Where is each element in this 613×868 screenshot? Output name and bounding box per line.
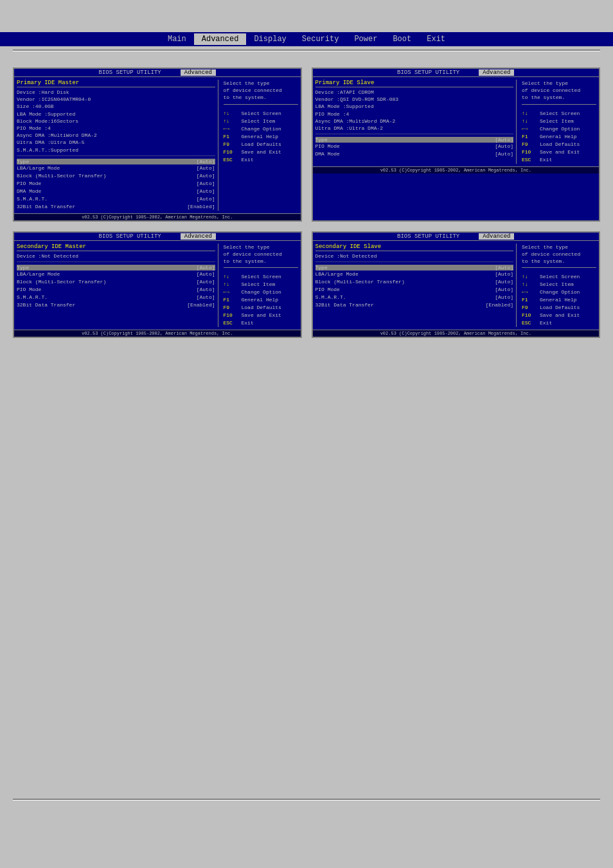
keybind-row: ←→Change Option — [224, 288, 298, 296]
nav-bar: MainAdvancedDisplaySecurityPowerBootExit — [0, 32, 613, 46]
info-line: Device :Hard Disk — [17, 89, 215, 96]
bios-body-primary-master: Primary IDE MasterDevice :Hard DiskVendo… — [14, 77, 301, 213]
key-desc: Select Item — [242, 118, 276, 125]
bios-tab-label: Advanced — [181, 69, 216, 76]
nav-item-display[interactable]: Display — [246, 33, 294, 45]
key-desc: Select Screen — [242, 273, 281, 281]
bios-right-primary-slave: Select the typeof device connectedto the… — [519, 80, 596, 164]
keybind-row: F1General Help — [522, 296, 596, 304]
key-desc: Select Item — [540, 118, 574, 125]
keybind-row: ↑↓Select Screen — [224, 273, 298, 281]
bios-info-block-secondary-master: Device :Not Detected — [17, 252, 215, 262]
setting-value[interactable]: [Auto] — [197, 172, 215, 180]
keybind-row: ↑↓Select Item — [522, 281, 596, 288]
key-desc: Select Screen — [540, 110, 580, 118]
setting-name: S.M.A.R.T. — [315, 294, 346, 301]
bios-setting-row-highlighted: Type[Auto] — [315, 265, 514, 270]
info-line: Ultra DMA :Ultra DMA-5 — [17, 139, 215, 146]
nav-item-power[interactable]: Power — [346, 33, 385, 45]
bios-keybinds: ↑↓Select Screen↑↓Select Item←→Change Opt… — [224, 273, 298, 327]
keybind-row: ←→Change Option — [522, 288, 596, 296]
setting-value[interactable]: [Auto] — [197, 265, 215, 270]
nav-item-boot[interactable]: Boot — [385, 33, 419, 45]
setting-value[interactable]: [Auto] — [495, 137, 513, 143]
setting-value[interactable]: [Auto] — [197, 180, 215, 188]
key-desc: Select Item — [242, 281, 276, 288]
setting-value[interactable]: [Auto] — [495, 150, 513, 158]
key-label: ↑↓ — [224, 118, 240, 125]
setting-name: Type — [315, 137, 328, 143]
info-line: Device :Not Detected — [17, 252, 215, 260]
key-label: F10 — [522, 312, 538, 319]
setting-value[interactable]: [Auto] — [495, 265, 513, 270]
setting-name: PIO Mode — [17, 286, 41, 294]
key-desc: Select Item — [540, 281, 574, 288]
bios-title-text: BIOS SETUP UTILITY — [99, 233, 161, 240]
setting-value[interactable]: [Auto] — [495, 294, 513, 301]
key-desc: Exit — [540, 156, 552, 164]
bios-setting-row: DMA Mode[Auto] — [17, 188, 215, 195]
setting-value[interactable]: [Enabled] — [187, 203, 215, 211]
info-line: Ultra DMA :Ultra DMA-2 — [315, 125, 514, 132]
key-desc: Load Defaults — [242, 304, 281, 312]
setting-name: 32Bit Data Transfer — [315, 301, 374, 309]
setting-value[interactable]: [Auto] — [197, 195, 215, 203]
key-desc: Select Screen — [242, 110, 281, 118]
info-line: Block Mode:16Sectors — [17, 118, 215, 125]
bios-grid: BIOS SETUP UTILITYAdvancedPrimary IDE Ma… — [13, 67, 600, 338]
key-desc: Select Screen — [540, 273, 580, 281]
setting-value[interactable]: [Auto] — [495, 270, 513, 278]
setting-value[interactable]: [Auto] — [197, 270, 215, 278]
setting-value[interactable]: [Auto] — [495, 143, 513, 150]
bios-setting-row-highlighted: Type[Auto] — [315, 137, 514, 143]
setting-value[interactable]: [Enabled] — [486, 301, 513, 309]
keybind-row: ←→Change Option — [224, 125, 298, 133]
keybind-row: ↑↓Select Screen — [522, 110, 596, 118]
setting-value[interactable]: [Auto] — [197, 278, 215, 286]
setting-name: PIO Mode — [315, 143, 340, 150]
key-label: ↑↓ — [522, 273, 538, 281]
key-desc: General Help — [242, 296, 279, 304]
setting-value[interactable]: [Auto] — [197, 294, 215, 301]
info-line: Async DMA :MultiWord DMA-2 — [315, 118, 514, 125]
nav-item-advanced[interactable]: Advanced — [194, 33, 247, 45]
nav-item-security[interactable]: Security — [294, 33, 347, 45]
keybind-row: ↑↓Select Screen — [522, 273, 596, 281]
setting-name: LBA/Large Mode — [17, 270, 60, 278]
setting-name: S.M.A.R.T. — [17, 195, 48, 203]
nav-item-main[interactable]: Main — [160, 33, 194, 45]
key-label: F10 — [224, 312, 240, 319]
setting-value[interactable]: [Auto] — [197, 188, 215, 195]
setting-value[interactable]: [Auto] — [495, 286, 513, 294]
bios-section-title-secondary-master: Secondary IDE Master — [17, 244, 215, 251]
keybind-row: ESCExit — [224, 156, 298, 164]
bios-screen-primary-slave: BIOS SETUP UTILITYAdvancedPrimary IDE Sl… — [312, 67, 601, 222]
bios-section-title-secondary-slave: Secondary IDE Slave — [315, 244, 514, 251]
key-desc: Exit — [242, 319, 254, 327]
key-desc: General Help — [540, 133, 577, 141]
key-label: F1 — [522, 296, 538, 304]
keybind-row: ←→Change Option — [522, 125, 596, 133]
setting-name: 32Bit Data Transfer — [17, 203, 75, 211]
bios-title-bar-primary-master: BIOS SETUP UTILITYAdvanced — [14, 69, 301, 77]
info-line: Device :Not Detected — [315, 252, 514, 260]
keybind-row: F10Save and Exit — [224, 312, 298, 319]
setting-value[interactable]: [Enabled] — [187, 301, 215, 309]
bios-footer-primary-master: v02.53 (C)Copyright 1985-2002, American … — [14, 213, 301, 220]
setting-value[interactable]: [Auto] — [197, 286, 215, 294]
setting-value[interactable]: [Auto] — [197, 159, 215, 164]
nav-item-exit[interactable]: Exit — [419, 33, 453, 45]
keybind-row: F9Load Defaults — [224, 141, 298, 148]
bios-setting-row: S.M.A.R.T.[Auto] — [17, 294, 215, 301]
setting-name: LBA/Large Mode — [17, 164, 60, 172]
keybind-row: F10Save and Exit — [522, 312, 596, 319]
bios-keybinds: ↑↓Select Screen↑↓Select Item←→Change Opt… — [522, 110, 596, 164]
key-label: F9 — [224, 141, 240, 148]
setting-value[interactable]: [Auto] — [495, 278, 513, 286]
bios-title-bar-secondary-slave: BIOS SETUP UTILITYAdvanced — [313, 233, 600, 241]
setting-value[interactable]: [Auto] — [197, 164, 215, 172]
keybind-row: ↑↓Select Item — [224, 118, 298, 125]
bios-body-primary-slave: Primary IDE SlaveDevice :ATAPI CDROMVend… — [313, 77, 600, 166]
bios-left-secondary-master: Secondary IDE MasterDevice :Not Detected… — [17, 244, 218, 328]
info-line: S.M.A.R.T.:Supported — [17, 146, 215, 154]
